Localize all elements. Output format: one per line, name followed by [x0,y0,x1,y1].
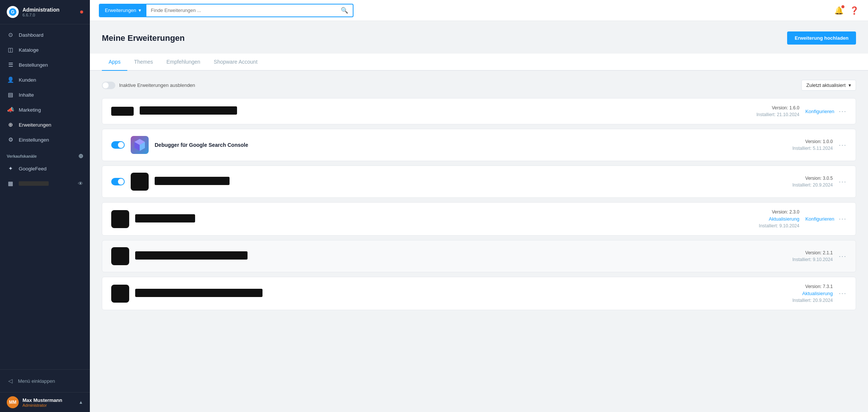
ext-version-3: Version: 3.0.5 [805,176,833,181]
sidebar-item-kunden[interactable]: 👤 Kunden [0,72,90,87]
ext-meta-5: Version: 2.1.1 Installiert: 9.10.2024 [758,250,833,262]
sidebar-item-label-redacted [19,181,49,186]
sidebar-header: G Administration 6.6.7.0 [0,0,90,24]
add-sales-channel-icon[interactable]: ⊕ [78,152,83,160]
upload-extension-button[interactable]: Erweiterung hochladen [787,31,856,45]
inactive-toggle[interactable] [102,82,115,89]
user-chevron-icon: ▲ [79,400,83,405]
ext-version-2: Version: 1.0.0 [805,139,833,144]
ext-name-2: Debugger für Google Search Console [155,142,752,148]
sidebar: G Administration 6.6.7.0 ⊙ Dashboard ◫ K… [0,0,90,412]
sidebar-item-inhalte[interactable]: ▤ Inhalte [0,87,90,102]
ext-name-redacted-4 [135,214,195,222]
notifications-button[interactable]: 🔔 [834,6,844,15]
topbar: Erweiterungen ▾ 🔍 🔔 ❓ [90,0,868,21]
sidebar-item-label: Kunden [19,77,36,83]
app-version: 6.6.7.0 [22,13,77,17]
ext-actions-5: ··· [839,252,847,260]
extension-card-2: Debugger für Google Search Console Versi… [102,129,856,161]
sidebar-item-dashboard[interactable]: ⊙ Dashboard [0,27,90,42]
ext-info-6 [135,289,752,299]
ext-installed-4: Installiert: 9.10.2024 [759,223,799,228]
more-menu-5[interactable]: ··· [839,252,847,260]
ext-installed-3: Installiert: 20.9.2024 [792,182,833,188]
search-type-label: Erweiterungen [105,7,136,13]
configure-link-4[interactable]: Konfigurieren [805,216,834,222]
ext-icon-5 [111,247,129,265]
search-input[interactable] [146,7,336,13]
tab-empfehlungen[interactable]: Empfehlungen [160,54,207,71]
more-menu-4[interactable]: ··· [839,215,847,223]
extension-card-3: Version: 3.0.5 Installiert: 20.9.2024 ··… [102,166,856,198]
ext-icon-2 [131,136,149,154]
more-menu-1[interactable]: ··· [839,107,847,115]
help-button[interactable]: ❓ [850,6,859,15]
sidebar-item-kataloge[interactable]: ◫ Kataloge [0,42,90,57]
ext-icon-3 [131,173,149,191]
ext-actions-6: ··· [839,290,847,297]
ext-name-redacted-5 [135,251,248,260]
update-link-6[interactable]: Aktualisierung [802,291,833,296]
sidebar-item-googlefeed[interactable]: ✦ GoogleFeed [0,161,90,176]
sidebar-item-label: Marketing [19,107,41,113]
logo-icon: G [9,8,16,16]
ext-info-1 [140,106,719,116]
sidebar-item-erweiterungen[interactable]: ⊕ Erweiterungen [0,117,90,132]
bestellungen-icon: ☰ [7,61,14,69]
ext-toggle-3[interactable] [111,178,125,185]
ext-installed-2: Installiert: 5.11.2024 [792,146,833,151]
search-container: Erweiterungen ▾ 🔍 [99,4,353,17]
more-menu-3[interactable]: ··· [839,178,847,186]
configure-link-1[interactable]: Konfigurieren [805,109,834,114]
sales-section-label: Verkaufskanäle ⊕ [0,147,90,161]
content-area: Meine Erweiterungen Erweiterung hochlade… [90,21,868,412]
sidebar-nav: ⊙ Dashboard ◫ Kataloge ☰ Bestellungen 👤 … [0,24,90,369]
notification-badge [841,5,844,8]
ext-meta-6: Version: 7.3.1 Aktualisierung Installier… [758,284,833,303]
main-area: Erweiterungen ▾ 🔍 🔔 ❓ Meine Erweiterunge… [90,0,868,412]
inhalte-icon: ▤ [7,91,14,99]
kataloge-icon: ◫ [7,46,14,54]
inactive-toggle-text: Inaktive Erweiterungen ausblenden [119,82,195,88]
ext-meta-4: Version: 2.3.0 Aktualisierung Installier… [725,209,799,228]
search-icon: 🔍 [341,7,348,13]
googlefeed-icon: ✦ [7,165,14,172]
ext-meta-1: Version: 1.6.0 Installiert: 21.10.2024 [725,105,799,117]
extension-card-5: Version: 2.1.1 Installiert: 9.10.2024 ··… [102,240,856,272]
update-link-4[interactable]: Aktualisierung [769,216,799,222]
ext-info-2: Debugger für Google Search Console [155,142,752,148]
ext-version-1: Version: 1.6.0 [772,105,799,110]
sidebar-item-marketing[interactable]: 📣 Marketing [0,102,90,117]
ext-icon-6 [111,285,129,303]
eye-icon[interactable]: 👁 [78,181,83,187]
redacted-sidebar-icon: ▦ [7,180,14,187]
more-menu-2[interactable]: ··· [839,141,847,149]
sidebar-item-label: Erweiterungen [19,122,51,128]
sort-dropdown[interactable]: Zuletzt aktualisiert ▾ [801,80,856,91]
sidebar-item-redacted[interactable]: ▦ 👁 [0,176,90,191]
sidebar-item-label: Bestellungen [19,62,48,68]
collapse-icon: ◁ [7,377,14,385]
tab-shopware-account[interactable]: Shopware Account [207,54,264,71]
dropdown-chevron-icon: ▾ [139,7,141,13]
tabs-bar: Apps Themes Empfehlungen Shopware Accoun… [90,54,868,71]
user-info: Max Mustermann Administrator [22,397,62,408]
user-profile[interactable]: MM Max Mustermann Administrator ▲ [0,392,90,412]
more-menu-6[interactable]: ··· [839,290,847,297]
tab-apps[interactable]: Apps [102,54,127,71]
ext-toggle-2[interactable] [111,141,125,149]
status-dot [80,10,83,13]
search-type-dropdown[interactable]: Erweiterungen ▾ [100,4,146,16]
sidebar-item-bestellungen[interactable]: ☰ Bestellungen [0,57,90,72]
user-name: Max Mustermann [22,397,62,403]
ext-version-5: Version: 2.1.1 [805,250,833,255]
sidebar-item-label: Dashboard [19,32,43,38]
search-submit-button[interactable]: 🔍 [336,7,353,14]
topbar-right: 🔔 ❓ [834,6,859,15]
tab-themes[interactable]: Themes [127,54,160,71]
ext-meta-2: Version: 1.0.0 Installiert: 5.11.2024 [758,139,833,151]
collapse-menu-button[interactable]: ◁ Menü einklappen [7,374,83,388]
filters-row: Inaktive Erweiterungen ausblenden Zuletz… [102,80,856,91]
sidebar-item-einstellungen[interactable]: ⚙ Einstellungen [0,132,90,147]
erweiterungen-icon: ⊕ [7,121,14,128]
